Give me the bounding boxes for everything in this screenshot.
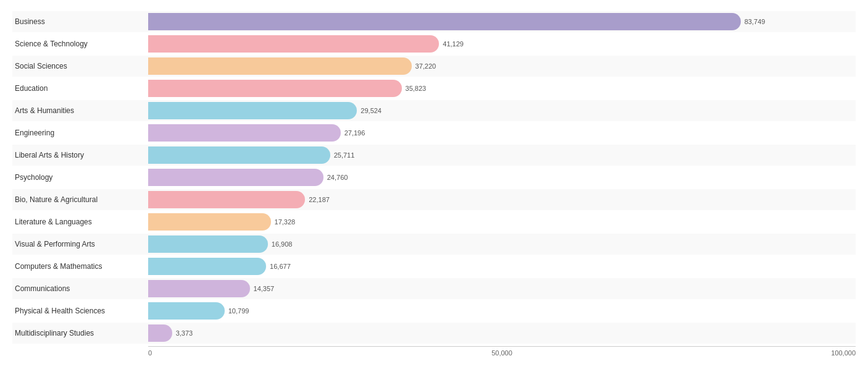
bar-row: Arts & Humanities 29,524 (12, 100, 856, 121)
bar-label-container: Communications (12, 282, 148, 295)
bar-row: Multidisciplinary Studies 3,373 (12, 323, 856, 344)
bar-fill (148, 235, 268, 253)
bar-value: 16,908 (272, 240, 293, 248)
bar-track: 35,823 (148, 80, 856, 97)
bars-container: Business 83,749 Science & Technology 41,… (12, 11, 856, 344)
bar-row: Visual & Performing Arts 16,908 (12, 234, 856, 255)
bar-value: 41,129 (443, 40, 464, 48)
bar-value: 10,799 (228, 307, 249, 315)
x-tick: 0 (148, 349, 384, 357)
bar-label-container: Engineering (12, 127, 148, 139)
bar-fill (148, 258, 266, 275)
bar-label: Psychology (12, 171, 57, 184)
bar-row: Engineering 27,196 (12, 122, 856, 143)
bar-label-container: Multidisciplinary Studies (12, 327, 148, 339)
bar-row: Social Sciences 37,220 (12, 56, 856, 77)
bar-fill (148, 80, 402, 97)
bar-value: 35,823 (406, 85, 427, 92)
bar-row: Education 35,823 (12, 78, 856, 99)
chart-area: Business 83,749 Science & Technology 41,… (12, 11, 856, 357)
bar-label: Bio, Nature & Agricultural (12, 193, 102, 206)
bar-row: Science & Technology 41,129 (12, 33, 856, 54)
bar-track: 22,187 (148, 191, 856, 208)
bar-fill (148, 169, 323, 186)
bar-value: 37,220 (415, 62, 436, 70)
bar-row: Bio, Nature & Agricultural 22,187 (12, 189, 856, 210)
bar-track: 27,196 (148, 124, 856, 142)
bar-value: 22,187 (309, 196, 330, 203)
bar-track: 10,799 (148, 302, 856, 320)
x-axis: 050,000100,000 (148, 346, 856, 357)
bar-row: Liberal Arts & History 25,711 (12, 145, 856, 166)
bar-fill (148, 57, 412, 75)
bar-label-container: Business (12, 15, 148, 28)
bar-value: 16,677 (270, 263, 291, 270)
bar-fill (148, 324, 172, 342)
bar-track: 17,328 (148, 213, 856, 231)
bar-track: 16,908 (148, 235, 856, 253)
bar-track: 24,760 (148, 169, 856, 186)
bar-label: Science & Technology (12, 38, 93, 50)
bar-track: 83,749 (148, 13, 856, 30)
bar-label: Visual & Performing Arts (12, 238, 100, 250)
bar-fill (148, 280, 250, 297)
bar-value: 14,357 (254, 285, 275, 292)
bar-label-container: Literature & Languages (12, 216, 148, 228)
bar-label-container: Social Sciences (12, 60, 148, 72)
bar-fill (148, 124, 341, 142)
bar-track: 14,357 (148, 280, 856, 297)
bar-label: Business (12, 15, 50, 28)
bar-label: Computers & Mathematics (12, 260, 107, 273)
bar-value: 83,749 (745, 18, 766, 25)
bar-fill (148, 102, 357, 119)
bar-fill (148, 13, 741, 30)
bar-label-container: Visual & Performing Arts (12, 238, 148, 250)
bar-fill (148, 213, 271, 231)
bar-label-container: Arts & Humanities (12, 104, 148, 117)
bar-value: 29,524 (361, 107, 382, 114)
bar-label: Communications (12, 282, 75, 295)
bar-label-container: Computers & Mathematics (12, 260, 148, 273)
bar-value: 27,196 (344, 129, 365, 137)
bar-label-container: Liberal Arts & History (12, 149, 148, 161)
bar-row: Physical & Health Sciences 10,799 (12, 300, 856, 321)
bar-row: Psychology 24,760 (12, 167, 856, 188)
bar-value: 17,328 (275, 218, 296, 226)
x-tick: 100,000 (620, 349, 856, 357)
bar-fill (148, 35, 439, 53)
bar-fill (148, 191, 305, 208)
bar-row: Computers & Mathematics 16,677 (12, 256, 856, 277)
bar-label-container: Psychology (12, 171, 148, 184)
bar-value: 3,373 (176, 329, 193, 337)
bar-label: Multidisciplinary Studies (12, 327, 99, 339)
bar-fill (148, 302, 225, 320)
bar-label: Literature & Languages (12, 216, 97, 228)
bar-track: 3,373 (148, 324, 856, 342)
bar-track: 41,129 (148, 35, 856, 53)
bar-label: Liberal Arts & History (12, 149, 89, 161)
bar-label: Education (12, 82, 52, 95)
bar-value: 24,760 (327, 174, 348, 181)
bar-row: Literature & Languages 17,328 (12, 211, 856, 232)
bar-label-container: Education (12, 82, 148, 95)
bar-label: Engineering (12, 127, 59, 139)
bar-label: Physical & Health Sciences (12, 305, 110, 317)
bar-row: Communications 14,357 (12, 278, 856, 299)
x-tick: 50,000 (384, 349, 620, 357)
bar-label: Social Sciences (12, 60, 72, 72)
bar-value: 25,711 (334, 151, 355, 159)
bar-track: 29,524 (148, 102, 856, 119)
bar-label-container: Physical & Health Sciences (12, 305, 148, 317)
bar-label-container: Bio, Nature & Agricultural (12, 193, 148, 206)
bar-fill (148, 146, 330, 164)
bar-label: Arts & Humanities (12, 104, 79, 117)
bar-track: 16,677 (148, 258, 856, 275)
bar-row: Business 83,749 (12, 11, 856, 32)
bar-track: 37,220 (148, 57, 856, 75)
bar-label-container: Science & Technology (12, 38, 148, 50)
bar-track: 25,711 (148, 146, 856, 164)
